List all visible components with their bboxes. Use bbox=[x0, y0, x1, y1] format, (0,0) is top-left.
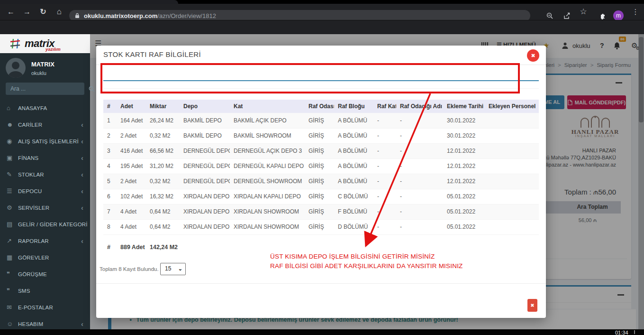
table-cell: A BÖLÜMÜ bbox=[334, 158, 373, 174]
screen: ← → ↻ ⌂ okuklu.matrixotoerp.com/azn/Orde… bbox=[0, 0, 644, 335]
sidebar-item-label: HESABIM bbox=[18, 321, 43, 327]
totals-hash: # bbox=[107, 244, 110, 251]
table-cell: XIRDALAN SHOWROOM bbox=[230, 219, 305, 234]
grid-icon: ▦ bbox=[7, 254, 18, 261]
url-host: okuklu.matrixotoerp.com bbox=[84, 12, 157, 19]
table-cell: GİRİŞ bbox=[305, 204, 334, 219]
sidebar-item-label: SMS bbox=[18, 288, 30, 294]
search-input[interactable] bbox=[6, 85, 89, 92]
table-cell: 31,20 M2 bbox=[146, 158, 180, 174]
sidebar-item-depocu[interactable]: ☰DEPOCU‹ bbox=[0, 183, 90, 199]
home-button[interactable]: ⌂ bbox=[53, 4, 65, 20]
browser-tab[interactable] bbox=[0, 0, 178, 4]
lock-icon bbox=[75, 13, 80, 19]
table-cell: BAKMİL SHOWROOM bbox=[230, 128, 305, 143]
page-size-select[interactable]: 15 ⌄ bbox=[160, 263, 186, 275]
brand-subtitle: yazılım bbox=[45, 47, 61, 52]
table-cell: 0,32 M2 bbox=[146, 174, 180, 189]
sidebar-item-e-postalar[interactable]: ✉E-POSTALAR bbox=[0, 299, 90, 316]
table-cell: 0,64 M2 bbox=[146, 204, 180, 219]
sidebar-item-label: FİNANS bbox=[18, 155, 38, 161]
sidebar-item-alis-satis-islemleri[interactable]: ◉ALIŞ SATIŞ İŞLEMLERİ‹ bbox=[0, 133, 90, 149]
app-logo[interactable]: matrix yazılım bbox=[0, 34, 90, 53]
table-cell: 05.01.2022 bbox=[443, 219, 485, 234]
table-cell: 2 Adet bbox=[117, 128, 146, 143]
chevron-left-icon: ‹ bbox=[81, 204, 83, 212]
table-row: 74 Adet0,64 M2XIRDALAN DEPOXIRDALAN SHOW… bbox=[103, 204, 539, 219]
sidebar-item-cariler[interactable]: ☻CARİLER‹ bbox=[0, 116, 90, 133]
table-cell: - bbox=[373, 113, 396, 128]
table-cell: 66,56 M2 bbox=[146, 143, 180, 158]
table-cell: - bbox=[373, 128, 396, 143]
matrix-hash-icon bbox=[9, 38, 21, 49]
sidebar-item-label: ANASAYFA bbox=[18, 105, 47, 111]
sidebar-item-label: GELİR / GİDER KATEGORİ bbox=[18, 222, 88, 227]
table-cell: DERNEGÜL DEPO bbox=[180, 158, 230, 174]
sidebar-item-label: DEPOCU bbox=[18, 188, 42, 194]
table-cell: GİRİŞ bbox=[305, 113, 334, 128]
sidebar-item-finans[interactable]: ▣FİNANS‹ bbox=[0, 149, 90, 166]
table-cell: A BÖLÜMÜ bbox=[334, 113, 373, 128]
table-cell: 0,64 M2 bbox=[146, 219, 180, 234]
table-cell: F BÖLÜMÜ bbox=[334, 204, 373, 219]
sidebar-item-label: STOKLAR bbox=[18, 172, 44, 177]
chevron-left-icon: ‹ bbox=[81, 154, 83, 162]
sidebar-user-role: okuklu bbox=[31, 70, 46, 76]
sidebar-item-servisler[interactable]: ⚙SERVİSLER‹ bbox=[0, 199, 90, 216]
chevron-down-icon: ⌄ bbox=[178, 263, 182, 274]
table-cell: - bbox=[373, 143, 396, 158]
modal-footer-close-button[interactable]: ✖ bbox=[527, 299, 537, 312]
table-cell bbox=[485, 174, 539, 189]
table-cell: BAKMİL DEPO bbox=[180, 113, 230, 128]
sidebar-item-gorusme[interactable]: ❞GÖRÜŞME bbox=[0, 266, 90, 282]
table-cell: - bbox=[373, 189, 396, 204]
sidebar-item-gelir-gider-kategori[interactable]: ▤GELİR / GİDER KATEGORİ bbox=[0, 216, 90, 233]
column-header: Ekleme Tarihi bbox=[443, 100, 485, 113]
table-cell: GİRİŞ bbox=[305, 219, 334, 234]
table-cell bbox=[485, 204, 539, 219]
table-cell bbox=[485, 128, 539, 143]
table-cell: BAKMİL DEPO bbox=[180, 128, 230, 143]
table-cell: DERNEGÜL KAPALI DEPO 1 bbox=[230, 158, 305, 174]
modal-title: STOK KARTI RAF BİLGİLERİ bbox=[103, 50, 201, 58]
table-row: 3416 Adet66,56 M2DERNEGÜL DEPODERNEGÜL A… bbox=[103, 143, 539, 158]
progress-tick bbox=[634, 330, 635, 334]
table-cell: - bbox=[396, 204, 443, 219]
browser-profile-avatar[interactable]: m bbox=[613, 10, 624, 21]
table-cell: GİRİŞ bbox=[305, 128, 334, 143]
sidebar-item-stoklar[interactable]: ✎STOKLAR‹ bbox=[0, 166, 90, 183]
table-cell: DERNEGÜL SHOWROOM bbox=[230, 174, 305, 189]
chevron-left-icon: ‹ bbox=[81, 187, 83, 195]
close-icon: ✖ bbox=[531, 53, 535, 58]
sidebar-item-anasayfa[interactable]: ⌂ANASAYFA bbox=[0, 100, 90, 116]
forward-button[interactable]: → bbox=[21, 4, 33, 20]
back-button[interactable]: ← bbox=[5, 4, 17, 20]
table-cell: 1 bbox=[103, 113, 117, 128]
modal-close-button[interactable]: ✖ bbox=[527, 49, 539, 62]
browser-menu-icon[interactable]: ⋮ bbox=[629, 4, 642, 20]
record-count-text: Toplam 8 Kayıt Bulundu. bbox=[100, 266, 159, 272]
table-row: 84 Adet0,64 M2XIRDALAN DEPOXIRDALAN SHOW… bbox=[103, 219, 539, 234]
users-icon: ☻ bbox=[7, 121, 18, 128]
table-cell: - bbox=[373, 174, 396, 189]
table-cell: 6 bbox=[103, 189, 117, 204]
sidebar-item-gorevler[interactable]: ▦GÖREVLER bbox=[0, 249, 90, 266]
table-cell: 4 Adet bbox=[117, 219, 146, 234]
table-cell: XIRDALAN SHOWROOM bbox=[230, 204, 305, 219]
reload-button[interactable]: ↻ bbox=[37, 4, 49, 20]
table-cell: BAKMİL AÇIK DEPO bbox=[230, 113, 305, 128]
sidebar: MATRIX okuklu ⌂ANASAYFA☻CARİLER‹◉ALIŞ SA… bbox=[0, 53, 90, 331]
table-cell bbox=[485, 143, 539, 158]
table-cell: - bbox=[396, 143, 443, 158]
envelope-icon: ✉ bbox=[7, 304, 18, 311]
table-cell: - bbox=[396, 113, 443, 128]
timestamp: 01:34 bbox=[615, 330, 628, 335]
table-cell bbox=[485, 158, 539, 174]
sidebar-item-sms[interactable]: ❞SMS bbox=[0, 282, 90, 299]
bookmark-star-icon[interactable]: ☆ bbox=[577, 4, 590, 20]
chevron-left-icon: ‹ bbox=[81, 237, 83, 245]
sidebar-item-raporlar[interactable]: ↗RAPORLAR‹ bbox=[0, 233, 90, 249]
table-cell: - bbox=[396, 158, 443, 174]
column-header: # bbox=[103, 100, 117, 113]
table-cell: 5 bbox=[103, 174, 117, 189]
